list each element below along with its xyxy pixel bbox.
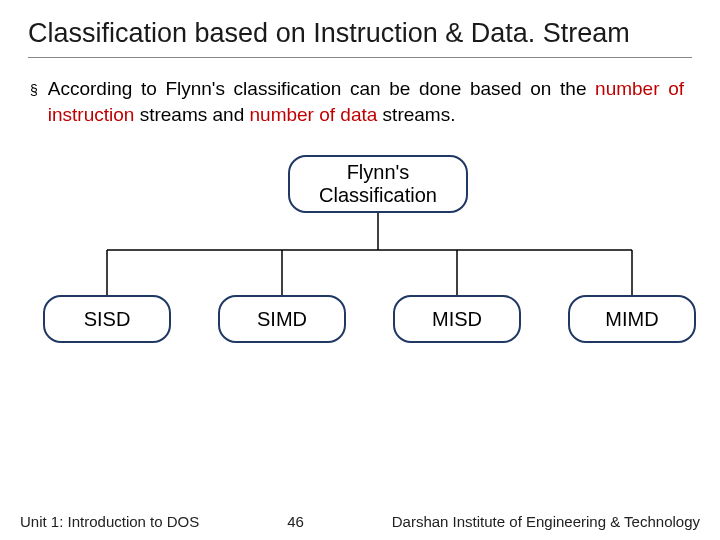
node-simd: SIMD <box>218 295 346 343</box>
footer-page-number: 46 <box>287 513 304 530</box>
bullet-item: § According to Flynn's classification ca… <box>28 76 692 127</box>
footer-right: Darshan Institute of Engineering & Techn… <box>392 513 700 530</box>
flynn-diagram: Flynn's Classification SISD SIMD MISD MI… <box>28 155 692 375</box>
node-root: Flynn's Classification <box>288 155 468 213</box>
bullet-text: According to Flynn's classification can … <box>48 76 684 127</box>
footer-left: Unit 1: Introduction to DOS <box>20 513 199 530</box>
slide-footer: Unit 1: Introduction to DOS 46 Darshan I… <box>0 513 720 530</box>
bullet-pre: According to Flynn's classification can … <box>48 78 595 99</box>
slide-title: Classification based on Instruction & Da… <box>28 18 692 58</box>
node-mimd: MIMD <box>568 295 696 343</box>
node-sisd: SISD <box>43 295 171 343</box>
node-misd: MISD <box>393 295 521 343</box>
bullet-mid: streams and <box>134 104 249 125</box>
bullet-marker: § <box>30 81 38 100</box>
bullet-post: streams. <box>377 104 455 125</box>
bullet-red2: number of data <box>250 104 378 125</box>
